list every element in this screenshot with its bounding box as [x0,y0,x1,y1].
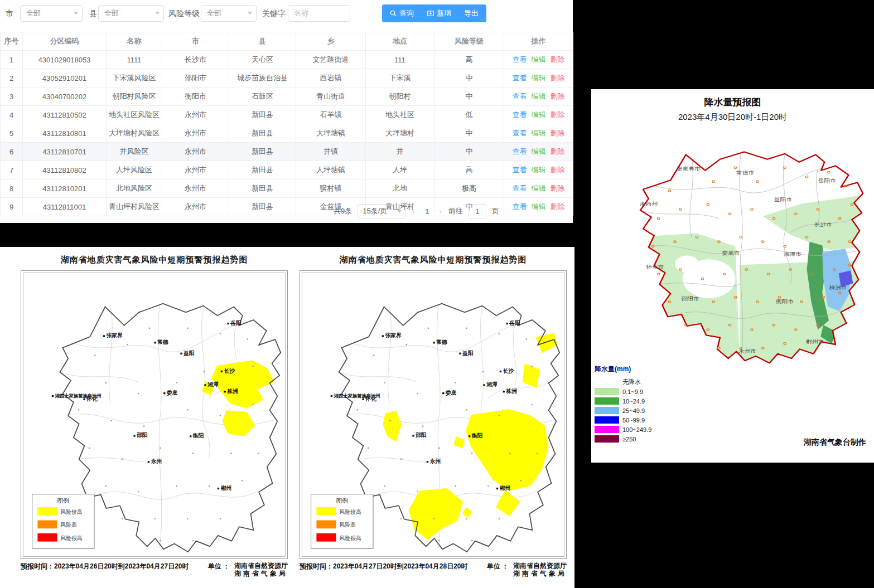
edit-link[interactable]: 编辑 [532,202,546,211]
city-filter-select[interactable]: 全部 [20,5,83,22]
edit-link[interactable]: 编辑 [532,129,546,137]
total-count: 共9条 [334,206,352,216]
view-link[interactable]: 查看 [513,184,527,192]
cell-actions: 查看编辑删除 [504,198,573,216]
delete-link[interactable]: 删除 [551,74,565,82]
city-label: 娄底 [166,390,178,396]
keyword-input[interactable]: 名称 [288,5,350,22]
cell-code: 43040700202 [23,88,107,106]
trend-map-figure-1: 湖南省地质灾害气象风险中短期预警预报趋势图 湘西土家族苗族自治州张家界常德岳阳益… [21,247,288,577]
view-link[interactable]: 查看 [513,129,527,137]
edit-link[interactable]: 编辑 [532,166,546,174]
table-row: 643112810701井风险区永州市新田县井镇井中查看编辑删除 [1,143,573,161]
precip-legend: 降水量(mm) 无降水0.1~9.910~24.925~49.950~99.91… [595,365,651,444]
prev-page-button[interactable]: ‹ [411,207,416,216]
goto-page-input[interactable]: 1 [469,204,486,218]
delete-link[interactable]: 删除 [551,129,565,137]
svg-text:风险很高: 风险很高 [339,535,361,541]
export-button[interactable]: 导出 [456,4,486,22]
edit-link[interactable]: 编辑 [532,92,546,100]
cell-name: 大坪塘村风险区 [107,124,162,143]
cell-place: 井 [366,143,434,161]
trend-map-figure-2: 湖南省地质灾害气象风险中短期预警预报趋势图 湘西土家族苗族自治州张家界常德岳阳益… [300,247,567,577]
delete-link[interactable]: 删除 [551,184,565,192]
city-label: 邵阳 [415,432,427,438]
cell-risk: 极高 [434,179,504,198]
delete-link[interactable]: 删除 [551,55,565,64]
city-label: 益阳 [462,350,474,356]
cell-place: 地头社区 [366,106,434,124]
legend-swatch [595,407,619,414]
city-label: 株洲 [505,388,517,394]
view-link[interactable]: 查看 [513,147,527,155]
view-link[interactable]: 查看 [513,55,527,64]
cell-county: 新田县 [229,124,296,143]
cell-city: 永州市 [162,161,229,179]
cell-actions: 查看编辑删除 [504,106,573,124]
risk-filter-select[interactable]: 全部 [201,5,257,22]
view-link[interactable]: 查看 [513,74,527,82]
city-label: 长沙 [224,368,235,374]
legend-label: 25~49.9 [622,407,645,414]
delete-link[interactable]: 删除 [551,92,565,100]
cell-code: 43112811001 [23,198,107,216]
delete-link[interactable]: 删除 [551,147,565,155]
goto-label: 前往 [448,206,463,216]
legend-label: ≥250 [622,436,636,443]
search-button[interactable]: 查询 [382,4,422,22]
page-size-select[interactable]: 15条/页 [358,204,405,218]
search-icon [390,10,397,17]
city-label: 张家界 [107,332,123,338]
delete-link[interactable]: 删除 [551,202,565,211]
cell-code: 43052910201 [23,69,107,88]
risk-table-body: 143010290180531111长沙市天心区文艺路街道111高查看编辑删除2… [1,51,573,216]
table-row: 143010290180531111长沙市天心区文艺路街道111高查看编辑删除 [1,51,573,69]
edit-link[interactable]: 编辑 [532,55,546,64]
cell-city: 永州市 [162,143,229,161]
next-page-button[interactable]: › [438,207,443,216]
view-link[interactable]: 查看 [513,166,527,174]
cell-name: 下宋溪风险区 [107,69,162,88]
county-filter-select[interactable]: 全部 [98,5,164,22]
current-page[interactable]: 1 [422,207,432,216]
delete-link[interactable]: 删除 [551,166,565,174]
city-label: 湘潭 [207,381,219,387]
svg-text:风险较高: 风险较高 [339,509,361,515]
city-label: 郴州 [499,485,511,491]
forecast-time: 预报时间：2023年04月26日20时到2023年04月27日20时 [21,562,189,577]
city-label: 娄底市 [722,250,741,256]
legend-swatch [595,397,619,405]
cell-risk: 高 [434,51,504,69]
edit-link[interactable]: 编辑 [532,74,546,82]
legend-item: 10~24.9 [595,396,651,406]
edit-link[interactable]: 编辑 [532,184,546,192]
view-link[interactable]: 查看 [513,92,527,100]
column-header: 乡 [296,32,366,51]
cell-seq: 3 [1,88,23,106]
view-link[interactable]: 查看 [513,202,527,211]
cell-county: 天心区 [229,51,296,69]
city-label: 长沙 [503,368,514,374]
cell-seq: 6 [1,143,23,161]
unit-block: 单位 ： 湖南省自然资源厅 湖南省气象局 [487,562,567,577]
edit-link[interactable]: 编辑 [532,147,546,155]
delete-link[interactable]: 删除 [551,110,565,119]
cell-seq: 8 [1,179,23,198]
add-button[interactable]: 新增 [419,4,459,22]
city-label: 衡阳 [471,433,483,439]
city-label: 长沙市 [814,222,833,227]
city-label: 永州 [429,458,441,464]
city-label: 常德 [157,339,168,345]
city-label: 株洲市 [828,285,848,290]
cell-county: 新田县 [229,143,296,161]
cell-county: 新田县 [229,198,296,216]
table-row: 743112810802人坪风险区永州市新田县人坪塘镇人坪高查看编辑删除 [1,161,573,179]
cell-code: 43112810802 [23,161,107,179]
cell-place: 人坪 [366,161,434,179]
cell-town: 人坪塘镇 [296,161,366,179]
view-link[interactable]: 查看 [513,110,527,119]
city-label: 邵阳 [136,432,148,438]
cell-city: 永州市 [162,106,229,124]
edit-link[interactable]: 编辑 [532,110,546,119]
cell-risk: 低 [434,106,504,124]
